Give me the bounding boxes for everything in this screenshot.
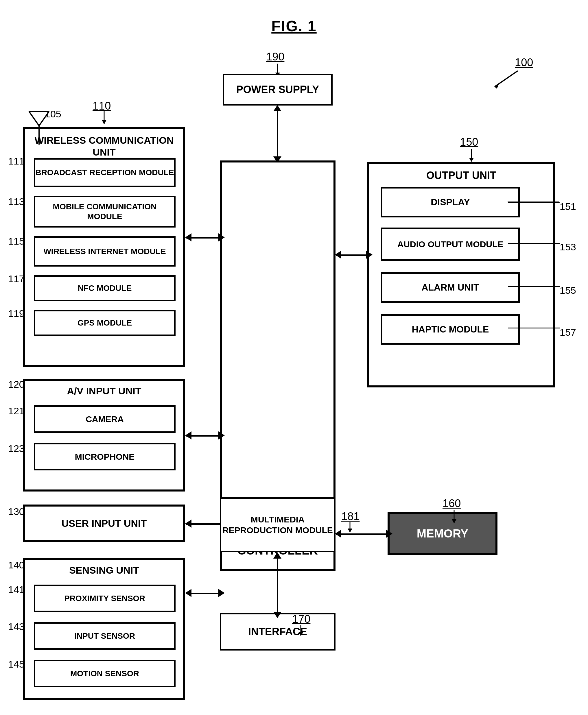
sensing-ctrl-right xyxy=(218,589,225,597)
memory-label: MEMORY xyxy=(417,526,468,540)
power-supply-box: POWER SUPPLY xyxy=(223,74,333,106)
interface-multimedia-line xyxy=(277,553,278,613)
gps-box: GPS MODULE xyxy=(34,310,175,336)
ref-170: 170 xyxy=(292,613,310,625)
ref-140: 140 xyxy=(8,560,25,571)
svg-line-8 xyxy=(29,111,39,126)
av-input-box: A/V INPUT UNIT CAMERA MICROPHONE xyxy=(23,379,185,492)
wireless-ctrl-left xyxy=(185,233,191,241)
camera-box: CAMERA xyxy=(34,405,175,433)
ref-105: 105 xyxy=(45,108,61,120)
user-input-box: USER INPUT UNIT xyxy=(23,504,185,542)
ref-160-arrow xyxy=(448,509,466,525)
ref-170-arrow xyxy=(295,624,312,638)
wireless-internet-label: WIRELESS INTERNET MODULE xyxy=(43,246,166,257)
ref157-connector xyxy=(508,328,560,328)
sensing-unit-label: SENSING UNIT xyxy=(69,564,139,576)
gps-label: GPS MODULE xyxy=(78,318,132,328)
ref-141: 141 xyxy=(8,584,25,595)
broadcast-label: BROADCAST RECEPTION MODULE xyxy=(35,168,174,177)
nfc-box: NFC MODULE xyxy=(34,275,175,301)
userinput-multimedia-line xyxy=(186,523,221,525)
ref-150: 150 xyxy=(460,136,478,148)
svg-marker-16 xyxy=(452,519,456,523)
av-ctrl-left xyxy=(185,431,191,439)
ref-150-arrow xyxy=(466,148,483,164)
nfc-label: NFC MODULE xyxy=(78,283,132,293)
ref153-connector xyxy=(508,243,560,244)
audio-output-box: AUDIO OUTPUT MODULE xyxy=(381,228,520,261)
multimedia-box: MULTIMEDIA REPRODUCTION MODULE xyxy=(220,497,336,552)
av-input-label: A/V INPUT UNIT xyxy=(67,385,142,397)
broadcast-box: BROADCAST RECEPTION MODULE xyxy=(34,158,175,187)
ref-111: 111 xyxy=(8,155,25,167)
ref-157: 157 xyxy=(560,327,576,338)
ref-153: 153 xyxy=(560,241,576,253)
interface-multi-up xyxy=(273,552,281,559)
ref-145: 145 xyxy=(8,658,25,670)
power-to-ctrl-line xyxy=(277,106,278,157)
ref-113: 113 xyxy=(8,196,25,207)
display-label: DISPLAY xyxy=(430,197,470,208)
ctrl-output-right xyxy=(366,251,373,259)
wireless-comm-box: WIRELESS COMMUNICATION UNIT BROADCAST RE… xyxy=(23,127,185,367)
ref-121: 121 xyxy=(8,405,25,417)
svg-marker-12 xyxy=(469,158,474,162)
display-box: DISPLAY xyxy=(381,187,520,217)
mobile-comm-label: MOBILE COMMUNICATION MODULE xyxy=(35,202,174,221)
ref-160: 160 xyxy=(442,497,461,510)
multimedia-memory-left xyxy=(335,530,341,538)
ref-115: 115 xyxy=(8,236,25,247)
camera-label: CAMERA xyxy=(86,414,124,425)
ref-100-arrow xyxy=(486,68,521,91)
alarm-unit-label: ALARM UNIT xyxy=(421,282,479,293)
microphone-box: MICROPHONE xyxy=(34,443,175,470)
memory-box: MEMORY xyxy=(387,512,498,555)
audio-output-label: AUDIO OUTPUT MODULE xyxy=(397,239,504,250)
ref-190: 190 xyxy=(266,50,284,63)
mobile-comm-box: MOBILE COMMUNICATION MODULE xyxy=(34,196,175,228)
haptic-module-box: HAPTIC MODULE xyxy=(381,314,520,345)
ref-181-arrow xyxy=(344,520,361,535)
ctrl-output-left xyxy=(335,251,341,259)
motion-sensor-box: MOTION SENSOR xyxy=(34,660,175,687)
ref151-connector xyxy=(508,202,560,203)
output-unit-box: OUTPUT UNIT DISPLAY AUDIO OUTPUT MODULE … xyxy=(367,162,555,387)
motion-sensor-label: MOTION SENSOR xyxy=(70,669,139,678)
svg-marker-18 xyxy=(298,632,303,636)
ref-155: 155 xyxy=(560,285,576,296)
interface-box: INTERFACE xyxy=(220,613,336,651)
proximity-box: PROXIMITY SENSOR xyxy=(34,585,175,612)
power-supply-label: POWER SUPPLY xyxy=(236,83,319,96)
interface-multi-down xyxy=(273,612,281,618)
figure-title: FIG. 1 xyxy=(271,17,316,35)
svg-marker-14 xyxy=(348,528,352,533)
ref-130: 130 xyxy=(8,506,25,517)
ref-100: 100 xyxy=(515,57,533,69)
proximity-label: PROXIMITY SENSOR xyxy=(64,593,145,603)
multimedia-memory-line xyxy=(336,534,388,535)
svg-marker-6 xyxy=(102,120,106,124)
ref-151: 151 xyxy=(560,201,576,212)
wireless-internet-box: WIRELESS INTERNET MODULE xyxy=(34,236,175,266)
haptic-module-label: HAPTIC MODULE xyxy=(412,324,489,335)
microphone-label: MICROPHONE xyxy=(75,452,135,462)
sensing-unit-box: SENSING UNIT PROXIMITY SENSOR INPUT SENS… xyxy=(23,558,185,700)
ref-119: 119 xyxy=(8,308,25,319)
ref-120: 120 xyxy=(8,379,25,390)
multimedia-memory-right xyxy=(386,530,393,538)
wireless-ctrl-right xyxy=(218,233,225,241)
multimedia-label: MULTIMEDIA REPRODUCTION MODULE xyxy=(221,514,334,536)
alarm-unit-box: ALARM UNIT xyxy=(381,272,520,303)
input-sensor-label: INPUT SENSOR xyxy=(74,631,135,641)
svg-line-0 xyxy=(495,71,518,87)
ref155-connector xyxy=(508,286,560,287)
diagram: FIG. 1 100 190 POWER SUPPLY CONTROLLER 1… xyxy=(0,0,588,715)
ref-110-arrow xyxy=(98,110,116,127)
ref-123: 123 xyxy=(8,443,25,454)
user-input-label: USER INPUT UNIT xyxy=(62,518,147,529)
sensing-ctrl-left xyxy=(185,589,191,597)
output-unit-label: OUTPUT UNIT xyxy=(426,169,496,181)
input-sensor-box: INPUT SENSOR xyxy=(34,622,175,650)
av-ctrl-right xyxy=(218,431,225,439)
